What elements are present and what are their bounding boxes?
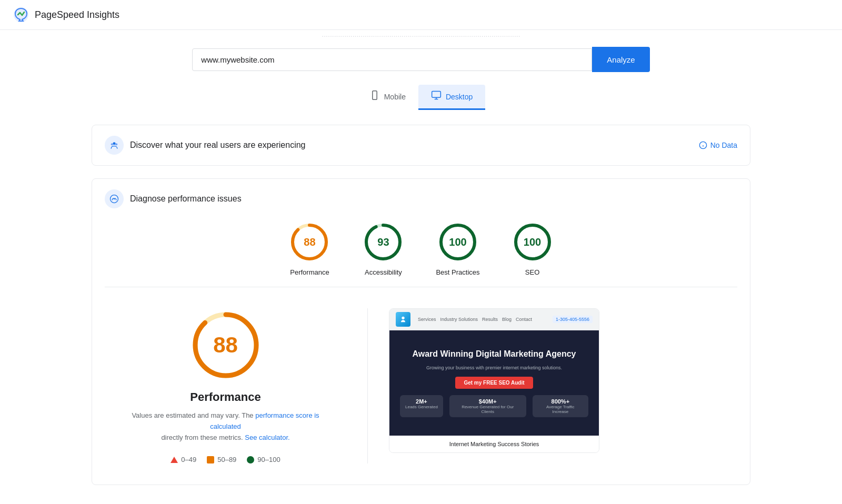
diagnose-icon-circle [105,189,124,208]
preview-logo [396,312,410,327]
score-seo[interactable]: 100 SEO [512,221,554,276]
legend-fail-range: 0–49 [181,456,196,463]
pagespeed-logo-icon [13,6,29,23]
tab-desktop[interactable]: Desktop [418,85,485,110]
svg-point-6 [113,142,116,145]
svg-rect-1 [373,91,377,100]
preview-browser-bar: ServicesIndustry SolutionsResultsBlogCon… [389,309,599,330]
diagnose-card: Diagnose performance issues 88 Performan… [92,178,750,485]
performance-circle: 88 [288,221,330,263]
legend-average-range: 50–89 [217,456,236,463]
url-input-wrapper [192,48,592,71]
preview-stat-traffic-num: 800%+ [538,398,583,405]
gauge-icon [109,194,119,204]
perf-detail-right: ServicesIndustry SolutionsResultsBlogCon… [368,308,737,463]
legend-average: 50–89 [207,456,236,463]
best-practices-circle: 100 [437,221,479,263]
performance-detail: 88 Performance Values are estimated and … [92,287,750,485]
tab-mobile[interactable]: Mobile [357,85,418,110]
preview-stat-revenue-label: Revenue Generated for Our Clients [455,405,521,414]
no-data-text: No Data [710,141,737,149]
seo-circle: 100 [512,221,554,263]
best-practices-label: Best Practices [436,268,479,276]
preview-stat-revenue-num: $40M+ [455,398,521,405]
seo-label: SEO [525,268,539,276]
top-partial-text: ........................................… [92,30,750,47]
preview-stat-revenue: $40M+ Revenue Generated for Our Clients [449,395,526,417]
preview-stat-leads-num: 2M+ [405,398,438,405]
preview-headline: Award Winning Digital Marketing Agency [413,349,576,359]
device-tabs: Mobile Desktop [92,85,750,110]
perf-detail-title: Performance [190,390,261,404]
svg-point-12 [114,198,115,200]
header: PageSpeed Insights [0,0,842,30]
score-accessibility[interactable]: 93 Accessibility [362,221,404,276]
accessibility-label: Accessibility [365,268,402,276]
preview-footer: Internet Marketing Success Stories [389,436,599,452]
score-best-practices[interactable]: 100 Best Practices [436,221,479,276]
logo-area: PageSpeed Insights [13,6,119,23]
header-title: PageSpeed Insights [35,9,119,21]
big-performance-circle: 88 [189,308,263,382]
performance-score-value: 88 [304,236,315,248]
average-icon [207,456,214,463]
big-performance-value: 88 [213,332,238,358]
best-practices-score-value: 100 [449,236,466,248]
real-users-icon-circle [105,136,124,155]
svg-rect-3 [432,92,441,98]
real-users-header-left: Discover what your real users are experi… [105,136,305,155]
mobile-icon [369,90,380,103]
url-input[interactable] [192,48,592,71]
analyze-button[interactable]: Analyze [592,47,649,72]
tab-mobile-label: Mobile [384,93,406,101]
preview-stats: 2M+ Leads Generated $40M+ Revenue Genera… [400,395,588,417]
calculator-link[interactable]: See calculator. [245,434,289,441]
fail-icon [171,457,178,463]
seo-score-value: 100 [524,236,541,248]
real-users-card: Discover what your real users are experi… [92,125,750,166]
pass-icon [247,456,254,463]
preview-nav: ServicesIndustry SolutionsResultsBlogCon… [418,317,548,322]
legend-fail: 0–49 [171,456,196,463]
legend-pass-range: 90–100 [257,456,280,463]
info-icon [699,141,707,149]
score-legend: 0–49 50–89 90–100 [171,456,280,463]
perf-description: Values are estimated and may vary. The p… [131,410,320,443]
diagnose-header-left: Diagnose performance issues [105,189,242,208]
preview-phone: 1-305-405-5556 [553,316,593,323]
preview-subtext: Growing your business with premier inter… [426,365,562,370]
performance-label: Performance [290,268,329,276]
accessibility-score-value: 93 [377,236,389,248]
preview-content: Award Winning Digital Marketing Agency G… [389,330,599,436]
main-content: ........................................… [79,30,763,485]
scores-row: 88 Performance 93 Accessibility [92,208,750,287]
desktop-icon [431,90,442,103]
real-users-header: Discover what your real users are experi… [92,125,750,165]
website-preview: ServicesIndustry SolutionsResultsBlogCon… [389,308,599,453]
svg-point-23 [402,317,404,319]
score-performance[interactable]: 88 Performance [288,221,330,276]
preview-stat-traffic-label: Average Traffic Increase [538,405,583,414]
users-icon [109,140,119,150]
real-users-title: Discover what your real users are experi… [130,140,305,150]
no-data-link[interactable]: No Data [699,141,737,149]
preview-stat-traffic: 800%+ Average Traffic Increase [533,395,588,417]
diagnose-header: Diagnose performance issues [92,179,750,208]
preview-cta: Get my FREE SEO Audit [455,377,533,389]
accessibility-circle: 93 [362,221,404,263]
perf-detail-left: 88 Performance Values are estimated and … [105,308,368,463]
tab-desktop-label: Desktop [446,93,473,101]
preview-stat-leads-label: Leads Generated [405,405,438,409]
preview-stat-leads: 2M+ Leads Generated [400,395,443,417]
svg-point-7 [111,143,113,145]
legend-pass: 90–100 [247,456,280,463]
url-section: Analyze [92,47,750,72]
diagnose-title: Diagnose performance issues [130,194,242,204]
svg-point-8 [115,143,117,145]
